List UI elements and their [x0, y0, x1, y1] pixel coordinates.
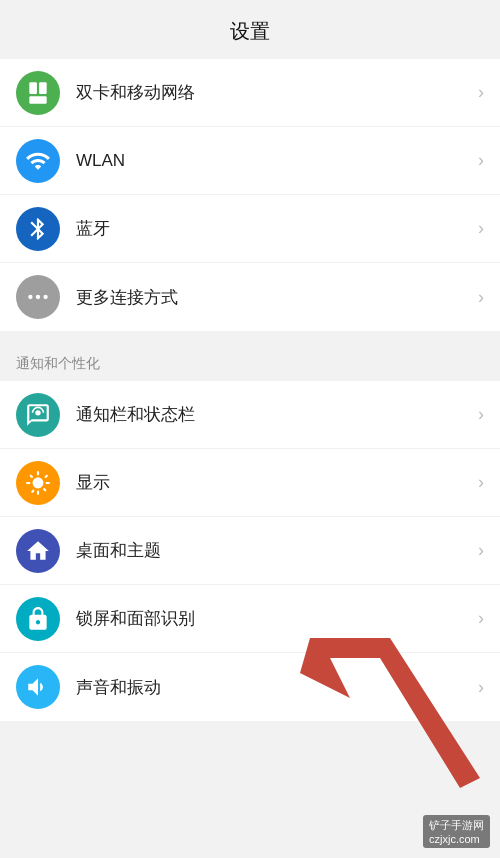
- display-label: 显示: [76, 471, 478, 494]
- page-title: 设置: [0, 0, 500, 59]
- desktop-theme-item[interactable]: 桌面和主题 ›: [0, 517, 500, 585]
- bluetooth-item[interactable]: 蓝牙 ›: [0, 195, 500, 263]
- desktop-theme-chevron: ›: [478, 540, 484, 561]
- personalization-group: 通知栏和状态栏 › 显示 › 桌面和主题 ›: [0, 381, 500, 721]
- notification-bar-chevron: ›: [478, 404, 484, 425]
- dual-sim-icon: [16, 71, 60, 115]
- desktop-theme-label: 桌面和主题: [76, 539, 478, 562]
- desktop-theme-icon: [16, 529, 60, 573]
- display-chevron: ›: [478, 472, 484, 493]
- connectivity-group: 双卡和移动网络 › WLAN › 蓝牙 ›: [0, 59, 500, 331]
- svg-rect-2: [29, 96, 46, 104]
- svg-rect-1: [39, 82, 47, 94]
- sound-chevron: ›: [478, 677, 484, 698]
- lock-screen-chevron: ›: [478, 608, 484, 629]
- more-connections-item[interactable]: 更多连接方式 ›: [0, 263, 500, 331]
- sound-item[interactable]: 声音和振动 ›: [0, 653, 500, 721]
- notification-bar-icon: [16, 393, 60, 437]
- bluetooth-label: 蓝牙: [76, 217, 478, 240]
- svg-rect-0: [29, 82, 37, 94]
- notification-bar-item[interactable]: 通知栏和状态栏 ›: [0, 381, 500, 449]
- sound-icon: [16, 665, 60, 709]
- wlan-icon: [16, 139, 60, 183]
- wlan-label: WLAN: [76, 151, 478, 171]
- bluetooth-chevron: ›: [478, 218, 484, 239]
- more-connections-icon: [16, 275, 60, 319]
- svg-point-4: [36, 295, 40, 299]
- svg-point-3: [28, 295, 32, 299]
- display-item[interactable]: 显示 ›: [0, 449, 500, 517]
- dual-sim-label: 双卡和移动网络: [76, 81, 478, 104]
- dual-sim-item[interactable]: 双卡和移动网络 ›: [0, 59, 500, 127]
- personalization-section-title: 通知和个性化: [0, 341, 500, 381]
- wlan-chevron: ›: [478, 150, 484, 171]
- notification-bar-label: 通知栏和状态栏: [76, 403, 478, 426]
- svg-point-5: [43, 295, 47, 299]
- more-connections-label: 更多连接方式: [76, 286, 478, 309]
- sound-label: 声音和振动: [76, 676, 478, 699]
- lock-screen-item[interactable]: 锁屏和面部识别 ›: [0, 585, 500, 653]
- svg-point-6: [35, 410, 40, 415]
- wlan-item[interactable]: WLAN ›: [0, 127, 500, 195]
- more-connections-chevron: ›: [478, 287, 484, 308]
- watermark: 铲子手游网czjxjc.com: [423, 815, 490, 848]
- lock-screen-label: 锁屏和面部识别: [76, 607, 478, 630]
- display-icon: [16, 461, 60, 505]
- bluetooth-icon: [16, 207, 60, 251]
- lock-screen-icon: [16, 597, 60, 641]
- settings-page: 设置 双卡和移动网络 › WLAN ›: [0, 0, 500, 721]
- dual-sim-chevron: ›: [478, 82, 484, 103]
